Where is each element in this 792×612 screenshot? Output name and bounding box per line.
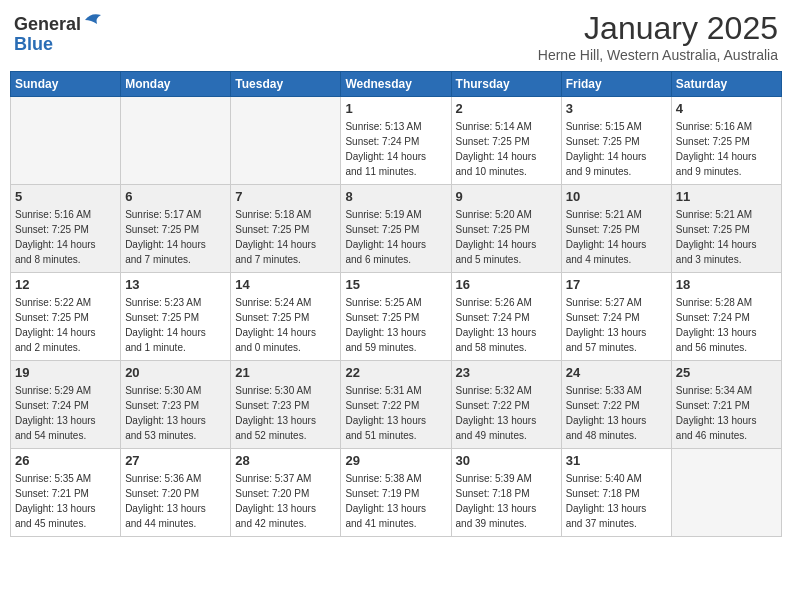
day-number: 28: [235, 453, 336, 468]
day-info: Sunrise: 5:27 AM Sunset: 7:24 PM Dayligh…: [566, 295, 667, 355]
calendar-cell: 12Sunrise: 5:22 AM Sunset: 7:25 PM Dayli…: [11, 273, 121, 361]
day-info: Sunrise: 5:28 AM Sunset: 7:24 PM Dayligh…: [676, 295, 777, 355]
calendar-week-row: 12Sunrise: 5:22 AM Sunset: 7:25 PM Dayli…: [11, 273, 782, 361]
day-info: Sunrise: 5:39 AM Sunset: 7:18 PM Dayligh…: [456, 471, 557, 531]
page-header: General Blue January 2025 Herne Hill, We…: [10, 10, 782, 63]
calendar-cell: 20Sunrise: 5:30 AM Sunset: 7:23 PM Dayli…: [121, 361, 231, 449]
calendar-cell: 30Sunrise: 5:39 AM Sunset: 7:18 PM Dayli…: [451, 449, 561, 537]
day-info: Sunrise: 5:30 AM Sunset: 7:23 PM Dayligh…: [235, 383, 336, 443]
day-number: 17: [566, 277, 667, 292]
weekday-header-friday: Friday: [561, 72, 671, 97]
day-number: 1: [345, 101, 446, 116]
weekday-header-monday: Monday: [121, 72, 231, 97]
month-title: January 2025: [538, 10, 778, 47]
title-area: January 2025 Herne Hill, Western Austral…: [538, 10, 778, 63]
calendar-cell: [671, 449, 781, 537]
day-info: Sunrise: 5:21 AM Sunset: 7:25 PM Dayligh…: [676, 207, 777, 267]
day-number: 24: [566, 365, 667, 380]
calendar-cell: 18Sunrise: 5:28 AM Sunset: 7:24 PM Dayli…: [671, 273, 781, 361]
day-number: 26: [15, 453, 116, 468]
day-number: 21: [235, 365, 336, 380]
calendar-week-row: 26Sunrise: 5:35 AM Sunset: 7:21 PM Dayli…: [11, 449, 782, 537]
day-number: 27: [125, 453, 226, 468]
calendar-week-row: 1Sunrise: 5:13 AM Sunset: 7:24 PM Daylig…: [11, 97, 782, 185]
calendar-cell: 13Sunrise: 5:23 AM Sunset: 7:25 PM Dayli…: [121, 273, 231, 361]
calendar-cell: 17Sunrise: 5:27 AM Sunset: 7:24 PM Dayli…: [561, 273, 671, 361]
day-info: Sunrise: 5:22 AM Sunset: 7:25 PM Dayligh…: [15, 295, 116, 355]
calendar-cell: 21Sunrise: 5:30 AM Sunset: 7:23 PM Dayli…: [231, 361, 341, 449]
logo-general: General: [14, 14, 81, 34]
calendar-cell: 27Sunrise: 5:36 AM Sunset: 7:20 PM Dayli…: [121, 449, 231, 537]
day-number: 4: [676, 101, 777, 116]
logo-bird-icon: [83, 10, 103, 30]
day-number: 31: [566, 453, 667, 468]
day-info: Sunrise: 5:34 AM Sunset: 7:21 PM Dayligh…: [676, 383, 777, 443]
calendar-cell: 28Sunrise: 5:37 AM Sunset: 7:20 PM Dayli…: [231, 449, 341, 537]
day-info: Sunrise: 5:40 AM Sunset: 7:18 PM Dayligh…: [566, 471, 667, 531]
day-number: 8: [345, 189, 446, 204]
day-number: 12: [15, 277, 116, 292]
day-info: Sunrise: 5:20 AM Sunset: 7:25 PM Dayligh…: [456, 207, 557, 267]
calendar-cell: [231, 97, 341, 185]
weekday-header-saturday: Saturday: [671, 72, 781, 97]
day-info: Sunrise: 5:26 AM Sunset: 7:24 PM Dayligh…: [456, 295, 557, 355]
calendar-cell: [121, 97, 231, 185]
calendar-cell: 7Sunrise: 5:18 AM Sunset: 7:25 PM Daylig…: [231, 185, 341, 273]
day-info: Sunrise: 5:37 AM Sunset: 7:20 PM Dayligh…: [235, 471, 336, 531]
logo-text: General Blue: [14, 10, 103, 55]
calendar-table: SundayMondayTuesdayWednesdayThursdayFrid…: [10, 71, 782, 537]
day-number: 10: [566, 189, 667, 204]
calendar-cell: 14Sunrise: 5:24 AM Sunset: 7:25 PM Dayli…: [231, 273, 341, 361]
day-number: 6: [125, 189, 226, 204]
day-number: 7: [235, 189, 336, 204]
day-number: 18: [676, 277, 777, 292]
calendar-header-row: SundayMondayTuesdayWednesdayThursdayFrid…: [11, 72, 782, 97]
day-number: 3: [566, 101, 667, 116]
calendar-cell: 6Sunrise: 5:17 AM Sunset: 7:25 PM Daylig…: [121, 185, 231, 273]
day-info: Sunrise: 5:29 AM Sunset: 7:24 PM Dayligh…: [15, 383, 116, 443]
calendar-cell: 26Sunrise: 5:35 AM Sunset: 7:21 PM Dayli…: [11, 449, 121, 537]
calendar-cell: 11Sunrise: 5:21 AM Sunset: 7:25 PM Dayli…: [671, 185, 781, 273]
calendar-cell: 3Sunrise: 5:15 AM Sunset: 7:25 PM Daylig…: [561, 97, 671, 185]
calendar-cell: 24Sunrise: 5:33 AM Sunset: 7:22 PM Dayli…: [561, 361, 671, 449]
day-info: Sunrise: 5:31 AM Sunset: 7:22 PM Dayligh…: [345, 383, 446, 443]
calendar-cell: 23Sunrise: 5:32 AM Sunset: 7:22 PM Dayli…: [451, 361, 561, 449]
day-number: 19: [15, 365, 116, 380]
calendar-cell: 9Sunrise: 5:20 AM Sunset: 7:25 PM Daylig…: [451, 185, 561, 273]
calendar-week-row: 5Sunrise: 5:16 AM Sunset: 7:25 PM Daylig…: [11, 185, 782, 273]
day-number: 29: [345, 453, 446, 468]
day-info: Sunrise: 5:24 AM Sunset: 7:25 PM Dayligh…: [235, 295, 336, 355]
calendar-cell: 4Sunrise: 5:16 AM Sunset: 7:25 PM Daylig…: [671, 97, 781, 185]
calendar-cell: 19Sunrise: 5:29 AM Sunset: 7:24 PM Dayli…: [11, 361, 121, 449]
day-info: Sunrise: 5:18 AM Sunset: 7:25 PM Dayligh…: [235, 207, 336, 267]
day-info: Sunrise: 5:35 AM Sunset: 7:21 PM Dayligh…: [15, 471, 116, 531]
day-number: 22: [345, 365, 446, 380]
calendar-cell: 1Sunrise: 5:13 AM Sunset: 7:24 PM Daylig…: [341, 97, 451, 185]
calendar-cell: [11, 97, 121, 185]
day-info: Sunrise: 5:32 AM Sunset: 7:22 PM Dayligh…: [456, 383, 557, 443]
calendar-cell: 31Sunrise: 5:40 AM Sunset: 7:18 PM Dayli…: [561, 449, 671, 537]
day-info: Sunrise: 5:25 AM Sunset: 7:25 PM Dayligh…: [345, 295, 446, 355]
calendar-week-row: 19Sunrise: 5:29 AM Sunset: 7:24 PM Dayli…: [11, 361, 782, 449]
logo: General Blue: [14, 10, 103, 55]
weekday-header-thursday: Thursday: [451, 72, 561, 97]
day-info: Sunrise: 5:14 AM Sunset: 7:25 PM Dayligh…: [456, 119, 557, 179]
day-number: 23: [456, 365, 557, 380]
location: Herne Hill, Western Australia, Australia: [538, 47, 778, 63]
day-number: 14: [235, 277, 336, 292]
weekday-header-wednesday: Wednesday: [341, 72, 451, 97]
calendar-cell: 5Sunrise: 5:16 AM Sunset: 7:25 PM Daylig…: [11, 185, 121, 273]
day-info: Sunrise: 5:17 AM Sunset: 7:25 PM Dayligh…: [125, 207, 226, 267]
calendar-cell: 2Sunrise: 5:14 AM Sunset: 7:25 PM Daylig…: [451, 97, 561, 185]
day-info: Sunrise: 5:13 AM Sunset: 7:24 PM Dayligh…: [345, 119, 446, 179]
day-number: 9: [456, 189, 557, 204]
calendar-cell: 16Sunrise: 5:26 AM Sunset: 7:24 PM Dayli…: [451, 273, 561, 361]
day-info: Sunrise: 5:15 AM Sunset: 7:25 PM Dayligh…: [566, 119, 667, 179]
day-number: 11: [676, 189, 777, 204]
day-number: 30: [456, 453, 557, 468]
day-number: 25: [676, 365, 777, 380]
calendar-cell: 8Sunrise: 5:19 AM Sunset: 7:25 PM Daylig…: [341, 185, 451, 273]
calendar-cell: 25Sunrise: 5:34 AM Sunset: 7:21 PM Dayli…: [671, 361, 781, 449]
calendar-cell: 10Sunrise: 5:21 AM Sunset: 7:25 PM Dayli…: [561, 185, 671, 273]
day-info: Sunrise: 5:23 AM Sunset: 7:25 PM Dayligh…: [125, 295, 226, 355]
